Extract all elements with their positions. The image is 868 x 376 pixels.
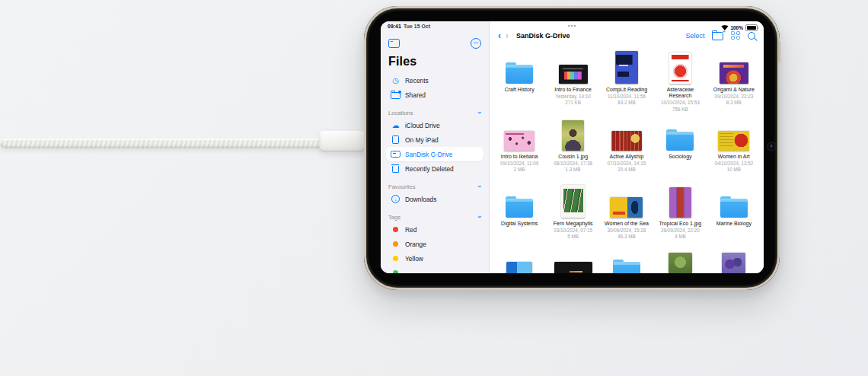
toolbar: SanDisk G-Drive Select <box>490 30 764 40</box>
file-item-women-in-art[interactable]: Women in Art 04/10/2024, 13:52 10 MB <box>707 116 761 183</box>
file-name: Women of the Sea <box>605 221 649 227</box>
scene: 09:41Tue 15 Oct ••• 100% Files Recents <box>0 0 868 376</box>
section-favourites[interactable]: Favourites <box>388 183 481 190</box>
multitask-indicator[interactable]: ••• <box>381 22 764 29</box>
file-item-partial[interactable] <box>493 250 546 273</box>
front-camera <box>768 143 775 150</box>
file-item-origami-nature[interactable]: Origami & Nature 09/10/2024, 22:23 8.3 M… <box>707 49 761 116</box>
clock-icon <box>392 77 398 84</box>
file-size: 20.4 MB <box>617 167 635 172</box>
folder-icon <box>613 262 640 273</box>
sidebar-item-tag-orange[interactable]: Orange <box>386 237 483 251</box>
file-name: Craft History <box>505 87 535 93</box>
app-title: Files <box>388 55 481 69</box>
back-button[interactable] <box>498 31 501 40</box>
sidebar-item-label: On My iPad <box>405 136 439 144</box>
file-thumbnail <box>504 131 535 151</box>
usb-connector <box>320 131 365 152</box>
file-size: 271 KB <box>565 100 581 105</box>
file-item-active-allyship[interactable]: Active Allyship 07/10/2024, 14:15 20.4 M… <box>600 116 653 183</box>
section-header-label: Favourites <box>388 183 415 190</box>
file-date: 04/10/2024, 13:52 <box>714 161 753 166</box>
sidebar-item-tag-partial[interactable] <box>386 266 483 273</box>
sidebar-item-label: Downloads <box>405 196 436 203</box>
file-date: 11/10/2024, 11:56 <box>608 94 646 99</box>
section-locations[interactable]: Locations <box>388 109 481 116</box>
file-item-intro-to-finance[interactable]: Intro to Finance Yesterday, 14:10 271 KB <box>546 49 599 116</box>
side-button <box>778 41 781 62</box>
file-date: 30/09/2024, 15:28 <box>608 228 646 233</box>
grid-view-icon[interactable] <box>731 31 740 40</box>
sidebar-item-label: Yellow <box>405 255 423 263</box>
file-item-fern-megaphylls[interactable]: Fern Megaphylls 03/10/2024, 07:15 5 MB <box>546 183 599 250</box>
file-thumbnail <box>562 120 584 151</box>
sidebar-toggle-icon[interactable] <box>388 39 400 48</box>
file-date: 09/10/2024, 11:09 <box>500 161 538 166</box>
file-thumbnail <box>720 62 748 84</box>
file-name: Women in Art <box>718 154 750 160</box>
file-name: Fern Megaphylls <box>554 221 593 227</box>
select-button[interactable]: Select <box>685 32 704 40</box>
file-thumbnail <box>669 187 691 218</box>
new-folder-icon[interactable] <box>712 32 723 40</box>
file-name: CompLit Reading <box>606 87 647 93</box>
file-item-marine-biology[interactable]: Marine Biology <box>707 183 761 250</box>
forward-button[interactable] <box>506 31 509 40</box>
usb-cable <box>0 139 324 148</box>
sidebar-item-sandisk-g-drive[interactable]: SanDisk G-Drive <box>386 147 483 161</box>
file-thumbnail <box>718 131 749 151</box>
file-date: 07/10/2024, 14:15 <box>608 161 646 166</box>
file-thumbnail <box>559 65 588 84</box>
file-item-partial[interactable] <box>653 250 707 273</box>
more-options-icon[interactable] <box>471 38 481 49</box>
file-item-partial[interactable] <box>546 250 599 273</box>
file-size: 46.3 MB <box>617 234 635 239</box>
file-name: Intro to Ikebana <box>501 154 538 160</box>
file-size: 2 MB <box>514 167 525 172</box>
file-date: 03/10/2024, 07:15 <box>554 228 592 233</box>
file-date: 26/09/2024, 22:20 <box>661 228 700 233</box>
sidebar-item-recents[interactable]: Recents <box>386 73 483 88</box>
chevron-down-icon <box>477 186 484 188</box>
ipad-icon <box>392 135 399 145</box>
file-item-craft-history[interactable]: Craft History <box>493 49 546 116</box>
file-item-complit-reading[interactable]: CompLit Reading 11/10/2024, 11:56 83.2 M… <box>600 49 653 116</box>
file-name: Active Allyship <box>610 154 644 160</box>
file-name: Tropical Eco 1.jpg <box>659 221 702 227</box>
sidebar-item-shared[interactable]: Shared <box>386 88 483 102</box>
file-item-intro-to-ikebana[interactable]: Intro to Ikebana 09/10/2024, 11:09 2 MB <box>493 116 546 183</box>
orange-tag-icon <box>393 241 398 247</box>
file-item-tropical-eco-1-jpg[interactable]: Tropical Eco 1.jpg 26/09/2024, 22:20 4 M… <box>653 183 707 250</box>
file-size: 1.3 MB <box>566 167 581 172</box>
sidebar-item-tag-red[interactable]: Red <box>386 222 483 237</box>
sidebar-item-downloads[interactable]: Downloads <box>386 192 483 206</box>
yellow-tag-icon <box>393 256 398 261</box>
file-thumbnail <box>669 53 691 84</box>
file-item-partial[interactable] <box>707 250 761 273</box>
file-item-asteraceae-research[interactable]: Asteraceae Research 10/10/2024, 15:53 75… <box>653 49 707 116</box>
file-item-sociology[interactable]: Sociology <box>653 116 707 183</box>
sidebar-item-icloud-drive[interactable]: iCloud Drive <box>386 118 483 132</box>
file-name: Digital Systems <box>501 221 538 227</box>
sidebar-item-tag-yellow[interactable]: Yellow <box>386 251 483 266</box>
search-icon[interactable] <box>748 32 755 40</box>
file-item-partial[interactable] <box>600 250 653 273</box>
sidebar-item-recently-deleted[interactable]: Recently Deleted <box>386 161 483 176</box>
file-name: Intro to Finance <box>554 87 592 93</box>
file-size: 10 MB <box>727 167 741 172</box>
section-tags[interactable]: Tags <box>388 213 481 221</box>
folder-icon <box>506 65 533 84</box>
folder-icon <box>666 132 694 151</box>
file-thumbnail <box>669 253 692 273</box>
sidebar-item-on-my-ipad[interactable]: On My iPad <box>386 132 483 147</box>
sidebar-item-label: Red <box>405 226 416 234</box>
file-item-digital-systems[interactable]: Digital Systems <box>493 183 546 250</box>
file-item-cousin-1-jpg[interactable]: Cousin 1.jpg 08/10/2024, 17:38 1.3 MB <box>546 116 599 183</box>
red-tag-icon <box>393 227 398 232</box>
status-right: 100% <box>721 24 758 31</box>
file-size: 756 KB <box>672 107 688 112</box>
file-thumbnail <box>610 197 643 218</box>
sidebar-item-label: Shared <box>405 91 426 99</box>
file-item-women-of-the-sea[interactable]: Women of the Sea 30/09/2024, 15:28 46.3 … <box>600 183 653 250</box>
file-size: 5 MB <box>567 234 579 239</box>
